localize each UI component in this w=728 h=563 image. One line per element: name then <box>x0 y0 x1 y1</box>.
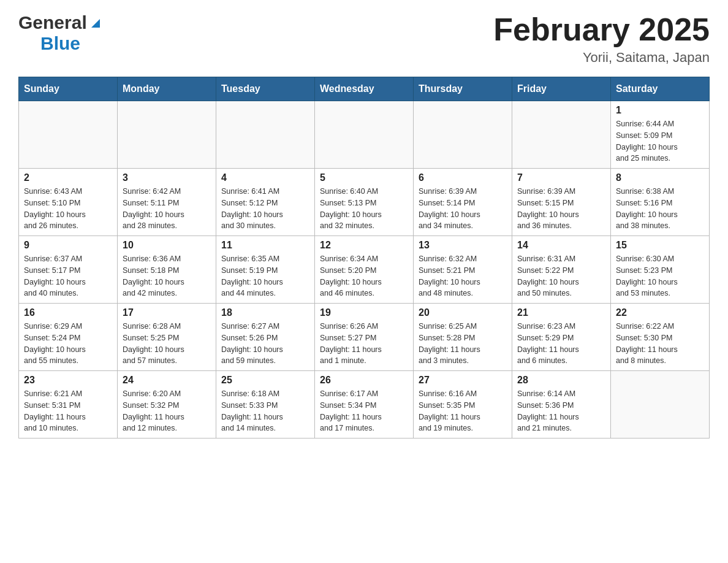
calendar-day-cell: 9Sunrise: 6:37 AMSunset: 5:17 PMDaylight… <box>19 236 118 304</box>
calendar-week-row: 23Sunrise: 6:21 AMSunset: 5:31 PMDayligh… <box>19 371 710 439</box>
day-info: Sunrise: 6:34 AMSunset: 5:20 PMDaylight:… <box>320 253 408 299</box>
day-number: 27 <box>419 375 507 386</box>
day-number: 15 <box>616 240 704 251</box>
calendar-day-cell: 17Sunrise: 6:28 AMSunset: 5:25 PMDayligh… <box>118 304 216 371</box>
day-info: Sunrise: 6:18 AMSunset: 5:33 PMDaylight:… <box>221 388 309 434</box>
calendar-day-cell <box>611 371 710 439</box>
calendar-day-cell: 10Sunrise: 6:36 AMSunset: 5:18 PMDayligh… <box>118 236 216 304</box>
calendar-week-row: 9Sunrise: 6:37 AMSunset: 5:17 PMDaylight… <box>19 236 710 304</box>
day-number: 10 <box>123 240 211 251</box>
calendar-day-cell: 23Sunrise: 6:21 AMSunset: 5:31 PMDayligh… <box>19 371 118 439</box>
calendar-day-cell: 8Sunrise: 6:38 AMSunset: 5:16 PMDaylight… <box>611 169 710 236</box>
day-of-week-header: Wednesday <box>315 77 414 101</box>
svg-marker-0 <box>91 19 100 28</box>
day-info: Sunrise: 6:28 AMSunset: 5:25 PMDaylight:… <box>123 321 211 367</box>
title-area: February 2025 Yorii, Saitama, Japan <box>493 12 710 66</box>
day-number: 19 <box>320 307 408 318</box>
calendar-day-cell: 12Sunrise: 6:34 AMSunset: 5:20 PMDayligh… <box>315 236 414 304</box>
calendar-day-cell <box>512 101 611 169</box>
day-number: 5 <box>320 172 408 183</box>
day-number: 17 <box>123 307 211 318</box>
day-number: 21 <box>517 307 605 318</box>
day-info: Sunrise: 6:41 AMSunset: 5:12 PMDaylight:… <box>221 186 309 232</box>
calendar-week-row: 2Sunrise: 6:43 AMSunset: 5:10 PMDaylight… <box>19 169 710 236</box>
day-info: Sunrise: 6:26 AMSunset: 5:27 PMDaylight:… <box>320 321 408 367</box>
calendar-day-cell <box>19 101 118 169</box>
day-of-week-header: Friday <box>512 77 611 101</box>
calendar-day-cell: 20Sunrise: 6:25 AMSunset: 5:28 PMDayligh… <box>414 304 512 371</box>
day-info: Sunrise: 6:35 AMSunset: 5:19 PMDaylight:… <box>221 253 309 299</box>
calendar-day-cell: 6Sunrise: 6:39 AMSunset: 5:14 PMDaylight… <box>414 169 512 236</box>
day-info: Sunrise: 6:16 AMSunset: 5:35 PMDaylight:… <box>419 388 507 434</box>
day-number: 11 <box>221 240 309 251</box>
calendar-day-cell <box>118 101 216 169</box>
page-header: General Blue February 2025 Yorii, Saitam… <box>18 12 710 66</box>
day-number: 22 <box>616 307 704 318</box>
day-info: Sunrise: 6:32 AMSunset: 5:21 PMDaylight:… <box>419 253 507 299</box>
day-info: Sunrise: 6:39 AMSunset: 5:14 PMDaylight:… <box>419 186 507 232</box>
calendar-day-cell: 15Sunrise: 6:30 AMSunset: 5:23 PMDayligh… <box>611 236 710 304</box>
calendar-day-cell: 3Sunrise: 6:42 AMSunset: 5:11 PMDaylight… <box>118 169 216 236</box>
day-of-week-header: Thursday <box>414 77 512 101</box>
month-title: February 2025 <box>493 12 710 47</box>
calendar-day-cell: 28Sunrise: 6:14 AMSunset: 5:36 PMDayligh… <box>512 371 611 439</box>
day-of-week-header: Saturday <box>611 77 710 101</box>
day-number: 26 <box>320 375 408 386</box>
calendar-day-cell <box>414 101 512 169</box>
calendar-header-row: SundayMondayTuesdayWednesdayThursdayFrid… <box>19 77 710 101</box>
calendar-day-cell: 25Sunrise: 6:18 AMSunset: 5:33 PMDayligh… <box>216 371 315 439</box>
day-number: 8 <box>616 172 704 183</box>
day-number: 2 <box>24 172 112 183</box>
day-info: Sunrise: 6:27 AMSunset: 5:26 PMDaylight:… <box>221 321 309 367</box>
day-info: Sunrise: 6:37 AMSunset: 5:17 PMDaylight:… <box>24 253 112 299</box>
day-info: Sunrise: 6:23 AMSunset: 5:29 PMDaylight:… <box>517 321 605 367</box>
day-number: 24 <box>123 375 211 386</box>
day-of-week-header: Monday <box>118 77 216 101</box>
day-number: 25 <box>221 375 309 386</box>
calendar-day-cell: 1Sunrise: 6:44 AMSunset: 5:09 PMDaylight… <box>611 101 710 169</box>
calendar-table: SundayMondayTuesdayWednesdayThursdayFrid… <box>18 77 710 439</box>
day-of-week-header: Tuesday <box>216 77 315 101</box>
day-info: Sunrise: 6:25 AMSunset: 5:28 PMDaylight:… <box>419 321 507 367</box>
calendar-day-cell: 13Sunrise: 6:32 AMSunset: 5:21 PMDayligh… <box>414 236 512 304</box>
location-text: Yorii, Saitama, Japan <box>493 50 710 66</box>
day-info: Sunrise: 6:22 AMSunset: 5:30 PMDaylight:… <box>616 321 704 367</box>
day-info: Sunrise: 6:29 AMSunset: 5:24 PMDaylight:… <box>24 321 112 367</box>
day-number: 9 <box>24 240 112 251</box>
calendar-week-row: 16Sunrise: 6:29 AMSunset: 5:24 PMDayligh… <box>19 304 710 371</box>
day-number: 6 <box>419 172 507 183</box>
day-info: Sunrise: 6:36 AMSunset: 5:18 PMDaylight:… <box>123 253 211 299</box>
calendar-day-cell: 11Sunrise: 6:35 AMSunset: 5:19 PMDayligh… <box>216 236 315 304</box>
day-of-week-header: Sunday <box>19 77 118 101</box>
day-info: Sunrise: 6:44 AMSunset: 5:09 PMDaylight:… <box>616 118 704 164</box>
calendar-day-cell: 2Sunrise: 6:43 AMSunset: 5:10 PMDaylight… <box>19 169 118 236</box>
day-info: Sunrise: 6:38 AMSunset: 5:16 PMDaylight:… <box>616 186 704 232</box>
day-number: 7 <box>517 172 605 183</box>
day-info: Sunrise: 6:42 AMSunset: 5:11 PMDaylight:… <box>123 186 211 232</box>
day-number: 16 <box>24 307 112 318</box>
day-number: 20 <box>419 307 507 318</box>
calendar-day-cell: 4Sunrise: 6:41 AMSunset: 5:12 PMDaylight… <box>216 169 315 236</box>
calendar-day-cell: 24Sunrise: 6:20 AMSunset: 5:32 PMDayligh… <box>118 371 216 439</box>
calendar-day-cell: 22Sunrise: 6:22 AMSunset: 5:30 PMDayligh… <box>611 304 710 371</box>
day-number: 12 <box>320 240 408 251</box>
day-number: 4 <box>221 172 309 183</box>
day-number: 3 <box>123 172 211 183</box>
day-info: Sunrise: 6:17 AMSunset: 5:34 PMDaylight:… <box>320 388 408 434</box>
calendar-day-cell: 26Sunrise: 6:17 AMSunset: 5:34 PMDayligh… <box>315 371 414 439</box>
day-info: Sunrise: 6:20 AMSunset: 5:32 PMDaylight:… <box>123 388 211 434</box>
calendar-day-cell <box>216 101 315 169</box>
calendar-day-cell: 5Sunrise: 6:40 AMSunset: 5:13 PMDaylight… <box>315 169 414 236</box>
day-number: 14 <box>517 240 605 251</box>
calendar-day-cell: 18Sunrise: 6:27 AMSunset: 5:26 PMDayligh… <box>216 304 315 371</box>
calendar-day-cell: 21Sunrise: 6:23 AMSunset: 5:29 PMDayligh… <box>512 304 611 371</box>
calendar-day-cell: 16Sunrise: 6:29 AMSunset: 5:24 PMDayligh… <box>19 304 118 371</box>
day-info: Sunrise: 6:39 AMSunset: 5:15 PMDaylight:… <box>517 186 605 232</box>
day-info: Sunrise: 6:40 AMSunset: 5:13 PMDaylight:… <box>320 186 408 232</box>
calendar-week-row: 1Sunrise: 6:44 AMSunset: 5:09 PMDaylight… <box>19 101 710 169</box>
calendar-day-cell: 14Sunrise: 6:31 AMSunset: 5:22 PMDayligh… <box>512 236 611 304</box>
day-number: 13 <box>419 240 507 251</box>
day-number: 28 <box>517 375 605 386</box>
logo-blue-text: Blue <box>40 33 80 53</box>
logo-triangle-icon <box>89 17 102 30</box>
